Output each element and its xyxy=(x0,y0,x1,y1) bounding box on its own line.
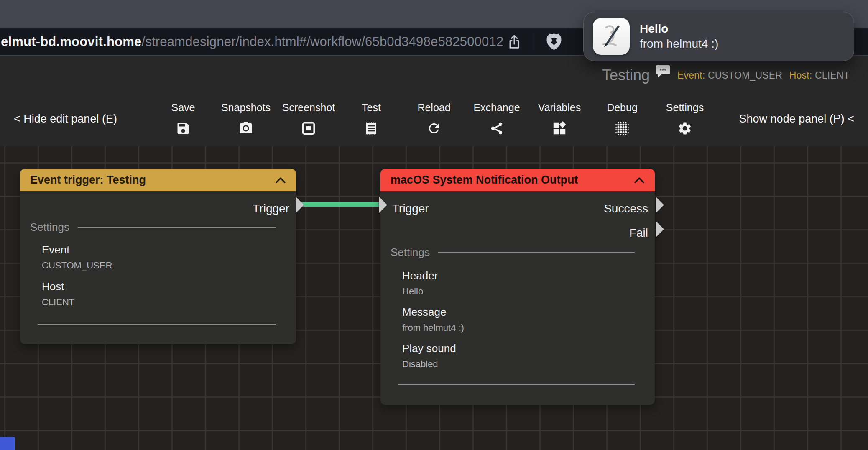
node-bottom-divider xyxy=(398,384,635,385)
host-value: CLIENT xyxy=(815,70,850,81)
gear-icon xyxy=(677,120,692,136)
settings-divider xyxy=(78,227,276,228)
node-title: macOS System Notification Output xyxy=(391,174,578,187)
output-port-success[interactable] xyxy=(656,197,664,213)
settings-section-header: Settings xyxy=(30,221,276,234)
output-port-trigger[interactable] xyxy=(296,197,304,213)
screen: elmut-bd.moovit.home/streamdesigner/inde… xyxy=(0,0,868,450)
prop-event: Event CUSTOM_USER xyxy=(42,243,112,271)
settings-section-header: Settings xyxy=(391,246,635,259)
node-title: Event trigger: Testing xyxy=(30,174,146,187)
url-domain: elmut-bd.moovit.home xyxy=(1,34,141,49)
prop-host: Host CLIENT xyxy=(42,280,74,308)
hide-edit-panel-button[interactable]: < Hide edit panel (E) xyxy=(14,112,117,125)
notification-body: from helmut4 :) xyxy=(640,37,718,51)
output-label-success: Success xyxy=(604,202,648,215)
share-nodes-icon xyxy=(489,120,504,136)
brave-icon[interactable] xyxy=(545,32,563,51)
share-icon[interactable] xyxy=(506,33,523,50)
prop-play-sound: Play sound Disabled xyxy=(402,342,456,370)
prop-message: Message from helmut4 :) xyxy=(402,306,464,333)
workflow-canvas[interactable]: Event trigger: Testing Trigger Settings … xyxy=(0,146,868,450)
receipt-icon xyxy=(364,120,379,136)
toolbar-button-settings[interactable]: Settings xyxy=(654,89,716,136)
prop-header: Header Hello xyxy=(402,269,438,297)
input-label-trigger: Trigger xyxy=(392,202,429,215)
url-bar-separator xyxy=(534,33,534,50)
node-macos-notification-output[interactable]: macOS System Notification Output Trigger… xyxy=(380,169,655,405)
collapse-caret-icon[interactable] xyxy=(634,177,645,184)
refresh-icon xyxy=(426,120,442,136)
toolbar-button-exchange[interactable]: Exchange xyxy=(465,89,528,136)
output-label-trigger: Trigger xyxy=(253,202,289,215)
settings-divider xyxy=(438,252,635,253)
toolbar-button-reload[interactable]: Reload xyxy=(403,89,465,136)
toolbar-button-test[interactable]: Test xyxy=(340,89,403,136)
node-macos-notification-header[interactable]: macOS System Notification Output xyxy=(380,169,655,191)
screenshot-icon xyxy=(301,120,316,136)
output-port-fail[interactable] xyxy=(656,221,664,238)
notification-title: Hello xyxy=(640,22,718,36)
event-label: Event: xyxy=(677,70,705,81)
host-label: Host: xyxy=(789,70,812,81)
camera-icon xyxy=(238,120,253,136)
workflow-meta: Event: CUSTOM_USER Host: CLIENT xyxy=(677,70,850,81)
show-node-panel-button[interactable]: Show node panel (P) < xyxy=(739,112,854,125)
url-bar-actions xyxy=(506,28,563,55)
dots-grid-icon xyxy=(615,120,630,136)
toolbar-items: Save Snapshots Screenshot Test xyxy=(152,89,716,136)
toolbar-button-save[interactable]: Save xyxy=(152,89,214,136)
dashboard-icon xyxy=(552,120,567,136)
url-text[interactable]: elmut-bd.moovit.home/streamdesigner/inde… xyxy=(1,28,503,55)
macos-notification[interactable]: Hello from helmut4 :) xyxy=(583,12,854,61)
output-label-fail: Fail xyxy=(629,226,648,240)
toolbar-button-snapshots[interactable]: Snapshots xyxy=(214,89,277,136)
node-bottom-divider xyxy=(38,324,276,325)
node-event-trigger[interactable]: Event trigger: Testing Trigger Settings … xyxy=(20,169,296,344)
comment-bubble-icon[interactable] xyxy=(656,64,671,78)
workflow-title: Testing xyxy=(602,66,650,84)
url-path: /streamdesigner/index.html#/workflow/65b… xyxy=(141,34,503,49)
node-event-trigger-header[interactable]: Event trigger: Testing xyxy=(20,169,296,191)
collapse-caret-icon[interactable] xyxy=(275,177,286,184)
toolbar-button-screenshot[interactable]: Screenshot xyxy=(277,89,340,136)
toolbar-button-debug[interactable]: Debug xyxy=(591,89,654,136)
input-port-trigger[interactable] xyxy=(379,197,387,213)
event-value: CUSTOM_USER xyxy=(708,70,782,81)
notification-text: Hello from helmut4 :) xyxy=(640,22,718,51)
script-editor-icon xyxy=(593,18,630,55)
toolbar-button-variables[interactable]: Variables xyxy=(528,89,591,136)
toolbar: < Hide edit panel (E) Show node panel (P… xyxy=(0,89,868,146)
connection-line[interactable] xyxy=(300,202,384,207)
viewport-indicator[interactable] xyxy=(0,437,15,450)
save-icon xyxy=(176,120,191,136)
